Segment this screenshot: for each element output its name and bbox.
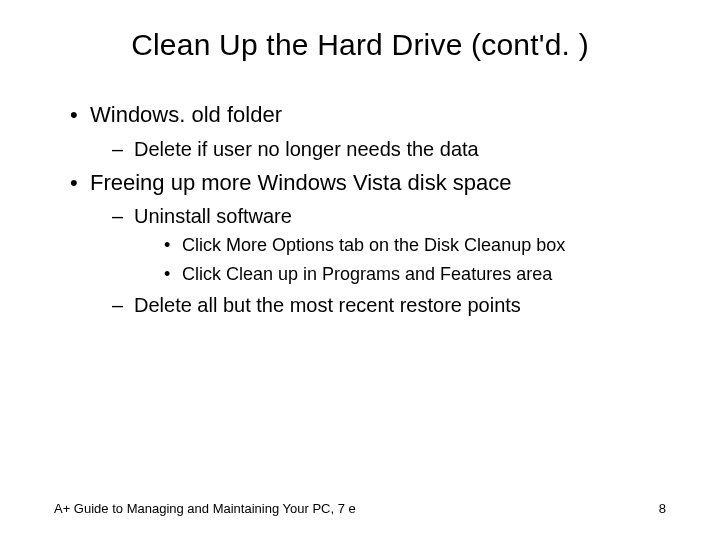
- bullet-level2: Delete if user no longer needs the data: [112, 136, 666, 162]
- footer-page-number: 8: [659, 501, 666, 516]
- bullet-text: Click Clean up in Programs and Features …: [182, 264, 552, 284]
- slide-title: Clean Up the Hard Drive (cont'd. ): [54, 28, 666, 62]
- bullet-list: Windows. old folder Delete if user no lo…: [54, 100, 666, 318]
- bullet-sublist: Uninstall software Click More Options ta…: [90, 203, 666, 318]
- bullet-text: Delete if user no longer needs the data: [134, 138, 479, 160]
- bullet-level3: Click Clean up in Programs and Features …: [164, 262, 666, 286]
- bullet-text: Click More Options tab on the Disk Clean…: [182, 235, 565, 255]
- slide: Clean Up the Hard Drive (cont'd. ) Windo…: [0, 0, 720, 540]
- bullet-level1: Freeing up more Windows Vista disk space…: [70, 168, 666, 318]
- bullet-text: Uninstall software: [134, 205, 292, 227]
- bullet-text: Windows. old folder: [90, 102, 282, 127]
- slide-footer: A+ Guide to Managing and Maintaining You…: [54, 501, 666, 516]
- bullet-subsublist: Click More Options tab on the Disk Clean…: [134, 233, 666, 286]
- bullet-level2: Delete all but the most recent restore p…: [112, 292, 666, 318]
- bullet-level3: Click More Options tab on the Disk Clean…: [164, 233, 666, 257]
- bullet-sublist: Delete if user no longer needs the data: [90, 136, 666, 162]
- bullet-level2: Uninstall software Click More Options ta…: [112, 203, 666, 286]
- bullet-text: Freeing up more Windows Vista disk space: [90, 170, 511, 195]
- bullet-level1: Windows. old folder Delete if user no lo…: [70, 100, 666, 162]
- bullet-text: Delete all but the most recent restore p…: [134, 294, 521, 316]
- footer-source: A+ Guide to Managing and Maintaining You…: [54, 501, 356, 516]
